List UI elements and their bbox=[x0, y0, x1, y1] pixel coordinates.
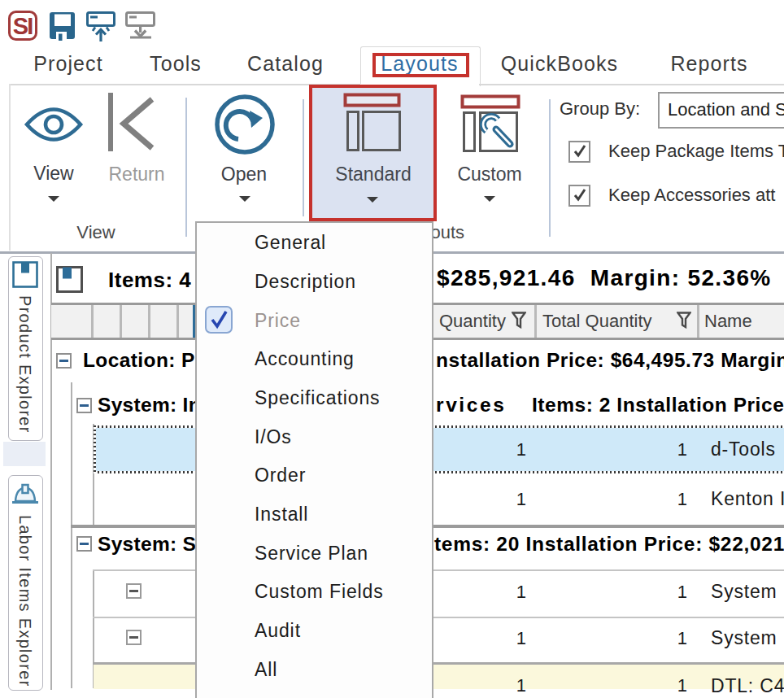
svg-text:SI: SI bbox=[13, 13, 33, 39]
